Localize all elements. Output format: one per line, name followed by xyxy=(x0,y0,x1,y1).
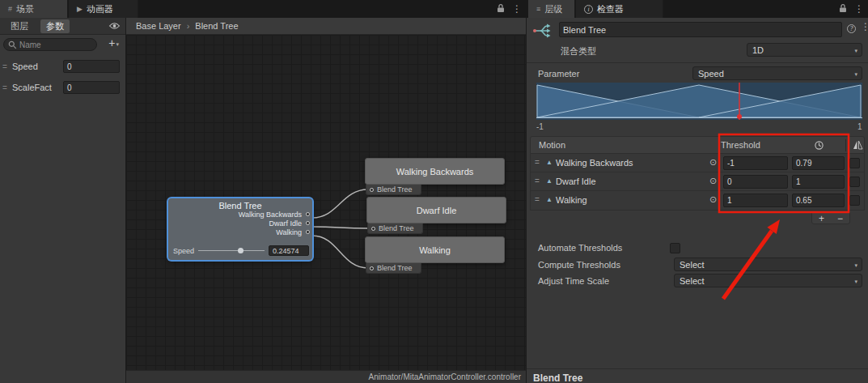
speed-field[interactable]: 0.79 xyxy=(792,156,845,170)
object-picker-icon[interactable]: ⊙ xyxy=(709,176,717,186)
drag-handle-icon: = xyxy=(0,62,10,71)
mirror-icon[interactable] xyxy=(853,140,863,151)
range-min-label: -1 xyxy=(536,122,544,131)
motion-name: Walking Backwards xyxy=(556,158,633,168)
mirror-checkbox[interactable] xyxy=(849,158,860,168)
help-icon[interactable]: ? xyxy=(847,24,856,33)
parameter-row[interactable]: = ScaleFact 0 xyxy=(0,78,125,97)
dropdown-caret-icon: ▾ xyxy=(854,71,857,77)
object-picker-icon[interactable]: ⊙ xyxy=(709,194,717,205)
breadcrumb: Base Layer › Blend Tree xyxy=(126,18,526,35)
mirror-checkbox[interactable] xyxy=(849,177,860,187)
blend-output-label: Walking Backwards xyxy=(239,211,302,219)
drag-handle-icon[interactable]: = xyxy=(535,158,540,167)
parameter-dropdown[interactable]: Speed ▾ xyxy=(692,66,862,80)
info-icon: i xyxy=(584,5,593,14)
parameter-value-field[interactable]: 0 xyxy=(63,81,120,94)
context-menu-icon[interactable]: ⋮ xyxy=(861,21,868,32)
tab-hierarchy[interactable]: ≡ 层级 xyxy=(528,0,575,18)
drag-handle-icon[interactable]: = xyxy=(535,195,540,204)
state-node-motion[interactable]: Blend Tree xyxy=(366,263,421,274)
blend-output-label: Walking xyxy=(276,228,302,236)
threshold-field[interactable]: 1 xyxy=(723,194,788,207)
inspector-window-controls: ⋮ xyxy=(839,0,864,18)
input-port-icon xyxy=(370,266,374,270)
blend-tree-node[interactable]: Blend Tree Walking Backwards Dwarf Idle … xyxy=(168,198,312,260)
parameter-value-field[interactable]: 0 xyxy=(63,60,120,73)
state-node-motion[interactable]: Blend Tree xyxy=(367,223,423,234)
object-picker-icon[interactable]: ⊙ xyxy=(709,157,717,168)
graph-canvas[interactable]: Blend Tree Walking Backwards Dwarf Idle … xyxy=(126,35,526,370)
search-field[interactable] xyxy=(3,38,97,51)
threshold-field[interactable]: -1 xyxy=(723,156,788,170)
controller-path: Animator/MitaAnimatorController.controll… xyxy=(369,372,521,381)
output-port-icon[interactable] xyxy=(306,230,310,234)
compute-thresholds-value: Select xyxy=(680,260,705,270)
breadcrumb-blend-tree[interactable]: Blend Tree xyxy=(195,21,238,31)
menu-icon[interactable]: ⋮ xyxy=(854,3,864,15)
adjust-time-scale-dropdown[interactable]: Select ▾ xyxy=(674,274,862,287)
unity-editor-window: # 场景 ▶ 动画器 ⋮ ≡ 层级 i 检查器 ⋮ xyxy=(0,0,868,383)
lock-icon[interactable] xyxy=(497,3,505,15)
parameters-tab[interactable]: 参数 xyxy=(40,19,70,33)
automate-thresholds-checkbox[interactable] xyxy=(670,243,680,253)
animator-window-controls: ⋮ xyxy=(497,0,522,18)
tab-scene[interactable]: # 场景 xyxy=(0,0,68,18)
compute-thresholds-dropdown[interactable]: Select ▾ xyxy=(674,257,862,271)
animator-graph-panel: Base Layer › Blend Tree Blend Tree Walki… xyxy=(126,18,526,383)
search-input[interactable] xyxy=(19,39,94,50)
state-node-title: Dwarf Idle xyxy=(417,206,457,215)
eye-icon[interactable] xyxy=(108,22,121,30)
automate-thresholds-label: Automate Thresholds xyxy=(538,243,622,253)
breadcrumb-base-layer[interactable]: Base Layer xyxy=(136,21,181,31)
state-node-dwarf-idle[interactable]: Dwarf Idle Blend Tree xyxy=(366,197,506,223)
parameter-value: Speed xyxy=(698,69,724,79)
threshold-field[interactable]: 0 xyxy=(723,175,788,189)
hierarchy-icon: ≡ xyxy=(536,6,540,13)
drag-handle-icon[interactable]: = xyxy=(535,177,540,185)
motion-name: Walking xyxy=(556,195,587,205)
time-scale-icon[interactable] xyxy=(814,140,824,152)
blend-type-dropdown[interactable]: 1D ▾ xyxy=(747,43,862,57)
state-node-walking[interactable]: Walking Blend Tree xyxy=(365,236,505,263)
tab-animator-label: 动画器 xyxy=(87,3,113,15)
add-motion-button[interactable]: + xyxy=(819,214,824,223)
output-port-icon[interactable] xyxy=(306,212,310,216)
output-port-icon[interactable] xyxy=(306,221,310,225)
tab-scene-label: 场景 xyxy=(16,3,34,15)
layers-tab[interactable]: 图层 xyxy=(5,19,34,33)
menu-icon[interactable]: ⋮ xyxy=(512,3,522,15)
slider-knob[interactable] xyxy=(238,248,243,253)
speed-field[interactable]: 1 xyxy=(792,175,845,189)
tab-inspector[interactable]: i 检查器 xyxy=(576,0,663,18)
motion-row[interactable]: = ▲ Walking ⊙ 1 0.65 xyxy=(531,191,864,210)
motion-row[interactable]: = ▲ Dwarf Idle ⊙ 0 1 xyxy=(531,172,864,191)
add-parameter-button[interactable]: + ▾ xyxy=(108,37,119,49)
parameter-row[interactable]: = Speed 0 xyxy=(0,57,125,76)
blend-output-row: Walking xyxy=(168,228,312,237)
state-node-motion[interactable]: Blend Tree xyxy=(366,185,421,195)
blend-graph[interactable] xyxy=(536,83,862,120)
blend-tree-name-field[interactable]: Blend Tree xyxy=(559,22,842,37)
state-node-motion-label: Blend Tree xyxy=(379,224,414,232)
mirror-checkbox[interactable] xyxy=(849,195,860,206)
motion-row[interactable]: = ▲ Walking Backwards ⊙ -1 0.79 xyxy=(531,154,864,172)
speed-field[interactable]: 0.65 xyxy=(792,194,845,207)
state-node-title: Walking xyxy=(419,245,451,255)
state-node-walking-backwards[interactable]: Walking Backwards Blend Tree xyxy=(365,158,505,185)
parameter-name[interactable]: ScaleFact xyxy=(10,83,52,92)
dropdown-caret-icon: ▾ xyxy=(116,40,119,49)
blend-parameter-value[interactable]: 0.24574 xyxy=(269,245,309,256)
compute-thresholds-label: Compute Thresholds xyxy=(538,260,620,270)
lock-icon[interactable] xyxy=(839,3,847,15)
adjust-time-scale-value: Select xyxy=(680,276,705,286)
blend-parameter-slider[interactable] xyxy=(198,248,265,253)
parameter-name[interactable]: Speed xyxy=(10,62,38,71)
tab-animator[interactable]: ▶ 动画器 xyxy=(69,0,138,18)
dropdown-caret-icon: ▾ xyxy=(854,262,857,268)
remove-motion-button[interactable]: − xyxy=(837,214,843,223)
search-icon xyxy=(8,40,17,49)
blend-parameter-label: Speed xyxy=(173,247,194,255)
blend-position-handle xyxy=(737,114,742,119)
motion-list-header: Motion Threshold xyxy=(530,136,865,154)
